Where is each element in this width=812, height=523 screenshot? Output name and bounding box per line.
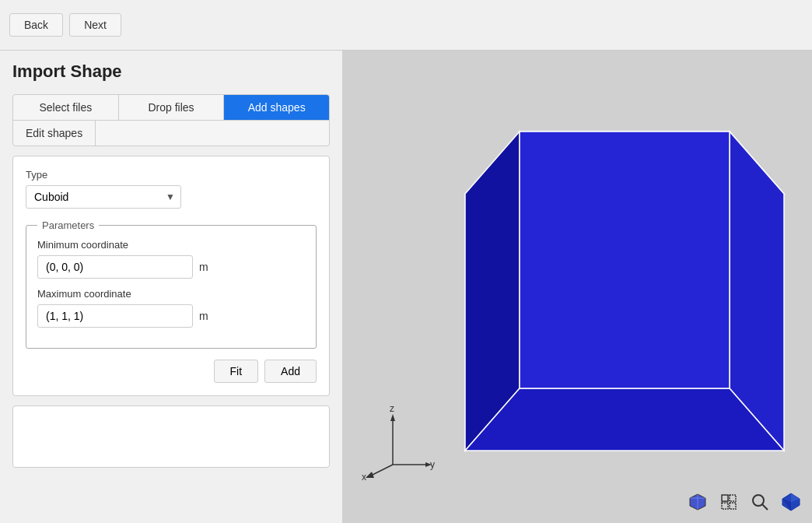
type-field-group: Type Cuboid Sphere Cylinder ▼: [26, 169, 317, 209]
params-legend: Parameters: [37, 219, 99, 231]
top-bar: Back Next: [0, 0, 812, 51]
svg-marker-4: [520, 132, 730, 388]
search-icon: [749, 491, 771, 513]
svg-rect-14: [722, 495, 728, 501]
tab-add-shapes[interactable]: Add shapes: [224, 95, 329, 120]
tab-container: Select files Drop files Add shapes Edit …: [12, 94, 330, 146]
grid-icon: [718, 491, 740, 513]
grid-icon-button[interactable]: [716, 489, 742, 515]
log-area: [12, 405, 330, 468]
svg-point-18: [753, 495, 764, 506]
add-button[interactable]: Add: [264, 360, 317, 383]
left-panel: Import Shape Select files Drop files Add…: [0, 51, 342, 523]
max-coord-input[interactable]: [37, 304, 193, 328]
type-select-wrapper: Cuboid Sphere Cylinder ▼: [26, 185, 181, 209]
min-coord-row: m: [37, 255, 305, 279]
z-axis-label: z: [390, 403, 394, 414]
svg-marker-8: [366, 472, 374, 478]
max-coord-unit: m: [199, 310, 208, 322]
max-coord-row: m: [37, 304, 305, 328]
min-coord-unit: m: [199, 261, 208, 273]
parameters-fieldset: Parameters Minimum coordinate m Maximum …: [26, 219, 317, 349]
viewport-toolbar: [684, 489, 804, 515]
type-label: Type: [26, 169, 317, 181]
svg-line-19: [762, 504, 768, 510]
svg-marker-6: [390, 414, 395, 421]
svg-rect-17: [730, 503, 736, 509]
tab-edit-shapes[interactable]: Edit shapes: [13, 121, 96, 146]
tab-row-2: Edit shapes: [13, 120, 329, 146]
svg-marker-3: [465, 388, 784, 451]
min-coord-input[interactable]: [37, 255, 193, 279]
y-axis-label: y: [430, 459, 435, 470]
type-select[interactable]: Cuboid Sphere Cylinder: [26, 185, 181, 209]
tab-select-files[interactable]: Select files: [13, 95, 119, 120]
cube-icon-button[interactable]: [684, 489, 711, 515]
shape-icon-button[interactable]: [778, 489, 804, 515]
x-axis-label: x: [362, 472, 366, 480]
svg-rect-16: [722, 503, 728, 509]
viewport-3d[interactable]: z x y: [342, 51, 812, 523]
tab-drop-files[interactable]: Drop files: [119, 95, 225, 120]
cube-3d: [395, 85, 800, 474]
max-coord-label: Maximum coordinate: [37, 288, 305, 300]
svg-line-7: [369, 465, 393, 476]
tab-row-1: Select files Drop files Add shapes: [13, 95, 329, 120]
min-coord-label: Minimum coordinate: [37, 239, 305, 251]
next-button[interactable]: Next: [69, 13, 121, 37]
right-panel: z x y: [342, 51, 812, 523]
shape-icon: [780, 491, 802, 513]
cube-icon: [687, 491, 709, 513]
axis-indicator: z x y: [362, 402, 439, 480]
fit-button[interactable]: Fit: [214, 360, 259, 383]
form-section: Type Cuboid Sphere Cylinder ▼ Parameters…: [12, 156, 330, 396]
action-buttons: Fit Add: [26, 360, 317, 383]
page-title: Import Shape: [12, 61, 330, 82]
main-content: Import Shape Select files Drop files Add…: [0, 51, 812, 523]
search-icon-button[interactable]: [747, 489, 773, 515]
back-button[interactable]: Back: [9, 13, 63, 37]
svg-rect-15: [730, 495, 736, 501]
